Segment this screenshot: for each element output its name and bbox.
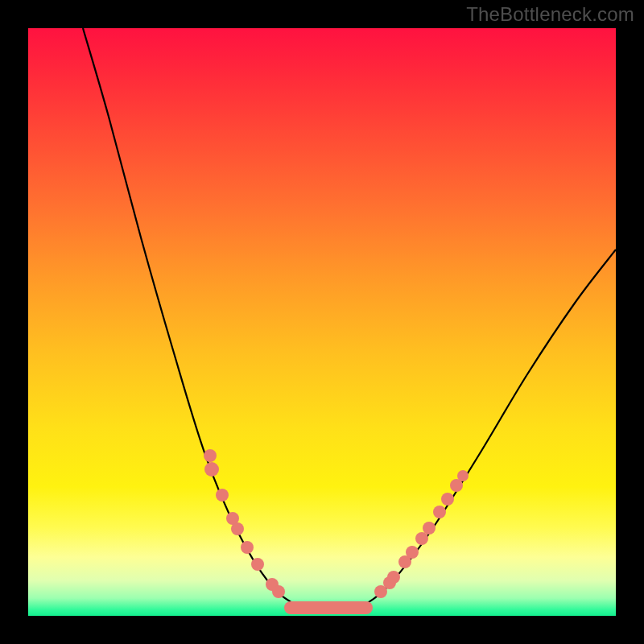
curve-marker [387,571,400,584]
chart-frame: TheBottleneck.com [0,0,644,644]
plot-area [28,28,616,616]
curve-marker [272,585,285,598]
curve-marker [251,558,264,571]
curve-marker [406,546,419,559]
watermark-text: TheBottleneck.com [466,3,634,26]
bottleneck-curve [28,28,616,616]
curve-marker [231,522,244,535]
curve-path [83,28,616,610]
curve-marker [433,506,446,518]
curve-marker [415,532,428,545]
marker-group [204,449,469,598]
curve-marker [204,449,217,462]
curve-marker [441,493,454,506]
curve-marker [204,462,219,477]
curve-marker [423,522,436,535]
curve-marker [241,541,254,554]
curve-marker [457,470,469,481]
curve-marker [216,489,229,502]
